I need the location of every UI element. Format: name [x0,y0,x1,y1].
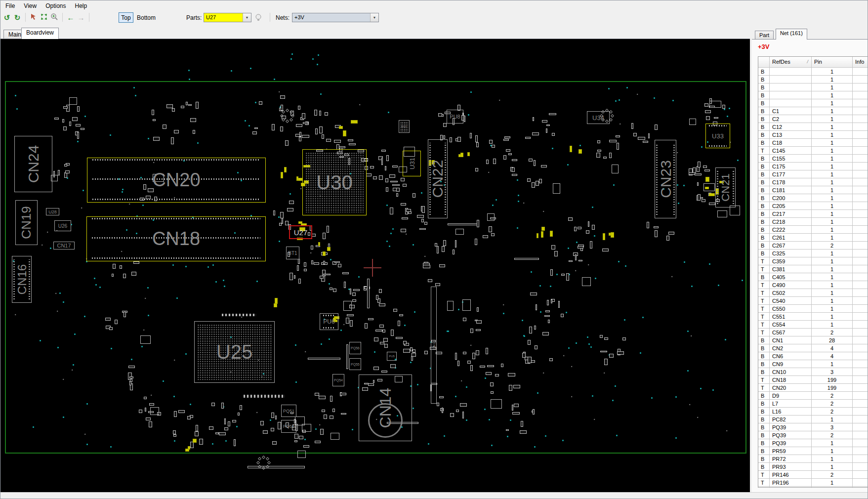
table-row[interactable]: BC1781 [758,178,868,186]
table-row[interactable]: TC1451 [758,147,868,155]
table-row[interactable]: TC5672 [758,329,868,336]
table-row[interactable]: BCN64 [758,352,868,360]
part-pq51[interactable]: PQ51 [281,405,296,417]
column-header-Info[interactable]: Info [853,57,868,67]
table-row[interactable]: BPQ393 [758,423,868,431]
table-row[interactable]: BC2181 [758,218,868,226]
table-row[interactable]: BPQ391 [758,439,868,447]
part-cn20[interactable]: CN20 [87,158,266,203]
part-pu5[interactable]: PU5 [387,352,397,361]
column-header-selector[interactable] [758,57,770,67]
part-pu8[interactable]: PU8 [447,110,463,124]
part-u34[interactable]: U34 [587,111,610,124]
part-cn17[interactable]: CN17 [53,242,75,250]
part-cn15[interactable]: CN15 [431,287,437,404]
table-row[interactable]: TCN20199 [758,384,868,392]
table-row[interactable]: BPC821 [758,416,868,423]
part-cn19[interactable]: CN19 [15,200,38,245]
rotate-ccw-icon[interactable]: ↺ [2,13,11,22]
table-row[interactable]: BC21 [758,115,868,123]
table-row[interactable]: TC5511 [758,313,868,321]
table-row[interactable]: TC5541 [758,321,868,329]
table-row[interactable]: B1 [758,68,868,76]
table-row[interactable]: BC2221 [758,226,868,234]
nets-combobox-arrow-icon[interactable]: ▼ [370,13,378,22]
table-row[interactable]: BC2171 [758,210,868,218]
part-pq54[interactable]: PQ54 [332,374,344,386]
part-pq50[interactable]: PQ50 [281,420,296,433]
part-u25[interactable]: U25 [194,321,275,383]
bulb-icon[interactable] [254,13,262,22]
part-u27[interactable]: U27 [289,225,312,239]
table-row[interactable]: BC3251 [758,250,868,257]
tab-part[interactable]: Part [755,31,774,40]
part-cn21[interactable]: CN21 [715,167,736,208]
part-pu7[interactable]: PU7 [399,120,410,133]
table-row[interactable]: BPR721 [758,455,868,463]
parts-combobox-arrow-icon[interactable]: ▼ [243,13,251,22]
table-row[interactable]: BPQ392 [758,431,868,439]
table-row[interactable]: TPR1981 [758,487,868,488]
table-row[interactable]: BC1551 [758,155,868,163]
part-cn23[interactable]: CN23 [655,140,676,218]
table-row[interactable]: TPR1462 [758,471,868,479]
table-row[interactable]: BC181 [758,139,868,147]
table-row[interactable]: B1 [758,91,868,99]
menu-file[interactable]: File [1,1,19,10]
column-header-Pin[interactable]: Pin [812,57,853,67]
part-pu6[interactable]: PU6 [320,313,338,330]
menu-help[interactable]: Help [71,1,91,10]
table-row[interactable]: BCN91 [758,360,868,368]
table-row[interactable]: BC4051 [758,273,868,281]
table-row[interactable]: TPR1961 [758,479,868,487]
table-row[interactable]: BPR591 [758,447,868,455]
table-row[interactable]: BC11 [758,107,868,115]
table-row[interactable]: BC1751 [758,163,868,170]
part-u33[interactable]: U33 [705,124,730,148]
part-cn22[interactable]: CN22 [428,139,448,218]
table-row[interactable]: TC5401 [758,297,868,305]
board-canvas[interactable]: CN24CN19CN16U28U26CN17CN20CN18U30U27BT1U… [0,39,750,492]
fit-view-icon[interactable] [40,12,48,22]
nets-combobox[interactable]: +3V ▼ [292,13,379,22]
table-row[interactable]: BCN103 [758,368,868,376]
table-row[interactable]: BCN128 [758,336,868,344]
forward-icon[interactable]: → [77,13,85,22]
table-row[interactable]: BC1771 [758,170,868,178]
table-row[interactable]: TC5501 [758,305,868,313]
back-icon[interactable]: ← [66,13,75,22]
part-pq55[interactable]: PQ55 [349,358,361,370]
tab-boardview[interactable]: Boardview [21,28,59,39]
bottom-button[interactable]: Bottom [135,12,158,23]
column-header-RefDes[interactable]: RefDes/ [770,57,812,67]
part-cn16[interactable]: CN16 [12,256,32,303]
table-row[interactable]: TCN18199 [758,376,868,384]
part-cn18[interactable]: CN18 [86,216,266,261]
table-row[interactable]: BC131 [758,131,868,139]
part-u28[interactable]: U28 [46,208,59,215]
part-bt1[interactable]: BT1 [286,247,299,259]
table-row[interactable]: BC2611 [758,234,868,242]
rotate-cw-icon[interactable]: ↻ [13,13,22,22]
table-row[interactable]: BC2672 [758,242,868,250]
table-row[interactable]: TC5021 [758,289,868,297]
parts-combobox[interactable]: U27 ▼ [204,13,251,22]
zoom-select-icon[interactable] [50,12,59,22]
zoom-cursor-icon[interactable] [29,12,38,22]
table-row[interactable]: BC2001 [758,194,868,202]
tab-net[interactable]: Net (161) [776,29,807,40]
table-row[interactable]: BD92 [758,392,868,400]
table-row[interactable]: TC3591 [758,257,868,265]
part-cn24[interactable]: CN24 [14,136,52,192]
table-row[interactable]: BPR931 [758,463,868,471]
part-cn14[interactable]: CN14 [359,374,412,441]
table-row[interactable]: B1 [758,83,868,91]
top-button[interactable]: Top [119,12,133,23]
part-u26[interactable]: U26 [54,220,71,231]
part-pq56[interactable]: PQ56 [349,342,361,354]
table-row[interactable]: BC121 [758,123,868,131]
table-row[interactable]: B1 [758,76,868,83]
table-row[interactable]: B1 [758,99,868,107]
table-row[interactable]: BCN24 [758,344,868,352]
part-u30[interactable]: U30 [302,149,367,215]
